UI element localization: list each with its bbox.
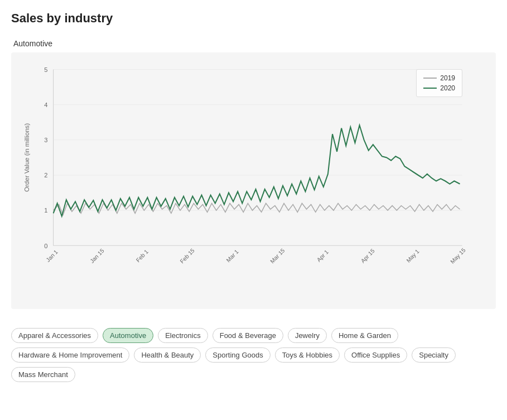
filter-tag[interactable]: Hardware & Home Improvement xyxy=(11,347,129,363)
legend-item-2020: 2020 xyxy=(423,84,455,92)
svg-text:Order Value (in millions): Order Value (in millions) xyxy=(23,123,30,192)
filter-tag[interactable]: Apparel & Accessories xyxy=(11,328,98,343)
legend-item-2019: 2019 xyxy=(423,74,455,82)
filter-tag[interactable]: Health & Beauty xyxy=(134,347,201,363)
filter-tag[interactable]: Sporting Goods xyxy=(205,347,270,363)
filter-tag[interactable]: Office Supplies xyxy=(344,347,407,363)
svg-text:4: 4 xyxy=(44,102,47,108)
chart-legend: 2019 2020 xyxy=(416,69,462,97)
svg-text:5: 5 xyxy=(44,66,47,73)
line-2019 xyxy=(54,204,460,215)
svg-text:Apr 15: Apr 15 xyxy=(360,248,376,264)
legend-label-2019: 2019 xyxy=(440,74,455,82)
page-title: Sales by industry xyxy=(11,11,496,26)
legend-label-2020: 2020 xyxy=(440,84,455,92)
svg-text:Feb 1: Feb 1 xyxy=(135,248,149,263)
filter-tag[interactable]: Home & Garden xyxy=(331,328,398,343)
filter-tag[interactable]: Electronics xyxy=(158,328,208,343)
legend-line-2019 xyxy=(423,78,437,79)
svg-text:0: 0 xyxy=(44,242,47,249)
chart-area: 2019 2020 0 1 2 3 4 xyxy=(22,64,485,287)
filter-tag[interactable]: Specialty xyxy=(412,347,456,363)
section-label: Automotive xyxy=(11,39,496,48)
svg-text:May 1: May 1 xyxy=(405,248,421,264)
svg-text:May 15: May 15 xyxy=(450,247,467,265)
svg-text:Feb 15: Feb 15 xyxy=(179,247,196,264)
filter-tag[interactable]: Automotive xyxy=(103,328,153,343)
svg-text:2: 2 xyxy=(44,172,47,178)
filter-tag[interactable]: Toys & Hobbies xyxy=(275,347,340,363)
svg-text:Jan 1: Jan 1 xyxy=(45,249,59,263)
svg-text:Mar 15: Mar 15 xyxy=(269,247,286,264)
svg-text:3: 3 xyxy=(44,137,47,143)
filter-tag[interactable]: Mass Merchant xyxy=(11,367,75,382)
svg-text:1: 1 xyxy=(44,207,47,214)
filter-tags-container: Apparel & AccessoriesAutomotiveElectroni… xyxy=(11,322,496,388)
legend-line-2020 xyxy=(423,88,437,89)
filter-tag[interactable]: Food & Beverage xyxy=(213,328,283,343)
svg-text:Jan 15: Jan 15 xyxy=(89,248,105,264)
svg-text:Apr 1: Apr 1 xyxy=(316,249,330,263)
chart-container: 2019 2020 0 1 2 3 4 xyxy=(11,52,496,309)
filter-tag[interactable]: Jewelry xyxy=(288,328,327,343)
svg-text:Mar 1: Mar 1 xyxy=(225,248,240,263)
line-2020 xyxy=(54,125,460,216)
chart-svg: 0 1 2 3 4 5 Jan 1 Jan 15 Feb 1 Feb 15 Ma… xyxy=(22,64,485,287)
